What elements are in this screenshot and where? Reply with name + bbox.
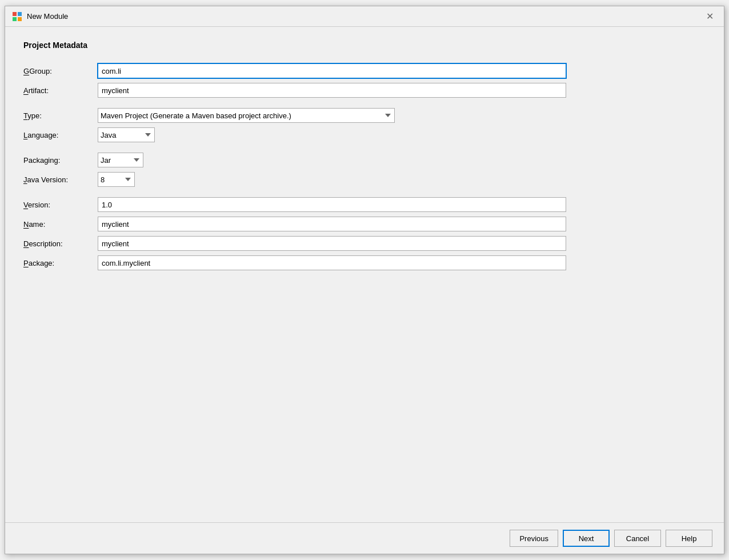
svg-rect-0	[13, 12, 17, 16]
app-icon	[12, 11, 22, 22]
spacer-3	[23, 189, 98, 195]
language-label: Language:	[23, 127, 98, 143]
group-input-cell	[98, 61, 706, 81]
title-bar: New Module ✕	[5, 6, 724, 27]
next-button[interactable]: Next	[563, 530, 610, 547]
language-select-cell: Java Kotlin Groovy	[98, 125, 706, 145]
window-title: New Module	[27, 12, 68, 21]
type-select-cell: Maven Project (Generate a Maven based pr…	[98, 106, 706, 125]
version-label: Version:	[23, 197, 98, 213]
type-select[interactable]: Maven Project (Generate a Maven based pr…	[98, 108, 395, 123]
packaging-select[interactable]: Jar War	[98, 153, 143, 167]
group-label: GGroup:	[23, 63, 98, 79]
previous-button[interactable]: Previous	[510, 530, 558, 547]
spacer-3b	[98, 189, 706, 195]
name-input-cell	[98, 214, 706, 234]
version-input[interactable]	[98, 197, 566, 212]
close-button[interactable]: ✕	[703, 11, 717, 22]
artifact-label: Artifact:	[23, 83, 98, 98]
dialog-footer: Previous Next Cancel Help	[5, 522, 724, 554]
packaging-select-cell: Jar War	[98, 150, 706, 170]
java-version-select-cell: 8 11 17 21	[98, 170, 706, 189]
java-version-select[interactable]: 8 11 17 21	[98, 172, 135, 187]
description-input-cell	[98, 234, 706, 253]
dialog-new-module: New Module ✕ Project Metadata GGroup: Ar…	[5, 6, 724, 554]
description-label: Description:	[23, 236, 98, 251]
svg-rect-1	[18, 12, 22, 16]
section-title: Project Metadata	[23, 41, 706, 50]
help-button[interactable]: Help	[666, 530, 712, 547]
type-label: Type:	[23, 108, 98, 123]
spacer-1	[23, 100, 98, 106]
dialog-content: Project Metadata GGroup: Artifact: Type:	[5, 27, 724, 522]
artifact-input[interactable]	[98, 83, 566, 98]
form-grid: GGroup: Artifact: Type: Maven Project	[23, 61, 706, 273]
name-input[interactable]	[98, 217, 566, 231]
name-label: Name:	[23, 217, 98, 232]
description-input[interactable]	[98, 236, 566, 251]
package-input-cell	[98, 253, 706, 273]
packaging-label: Packaging:	[23, 153, 98, 168]
svg-rect-3	[18, 17, 22, 21]
language-select[interactable]: Java Kotlin Groovy	[98, 127, 155, 142]
artifact-input-cell	[98, 81, 706, 100]
spacer-2	[23, 145, 98, 150]
cancel-button[interactable]: Cancel	[614, 530, 661, 547]
group-input[interactable]	[98, 63, 566, 78]
java-version-label: Java Version:	[23, 172, 98, 187]
version-input-cell	[98, 195, 706, 214]
package-input[interactable]	[98, 255, 566, 270]
package-label: Package:	[23, 255, 98, 271]
svg-rect-2	[13, 17, 17, 21]
spacer-2b	[98, 145, 706, 150]
title-bar-left: New Module	[12, 11, 68, 22]
spacer-1b	[98, 100, 706, 106]
